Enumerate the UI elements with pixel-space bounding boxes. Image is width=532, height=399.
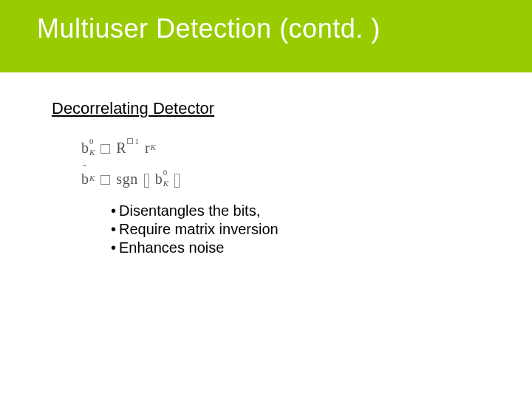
eq2-sgn: sgn: [116, 171, 137, 186]
operator-placeholder-icon: [100, 175, 110, 185]
eq2-arg-b: b: [155, 171, 163, 186]
bracket-open-icon: [144, 174, 149, 188]
eq1-R-base: R: [116, 140, 126, 155]
bullet-icon: •: [111, 239, 116, 256]
eq1-r-sub: K: [151, 143, 156, 151]
equation-1: b 0 K R 1 r K: [81, 140, 480, 155]
slide-content: Decorrelating Detector b 0 K R 1: [0, 72, 532, 256]
eq1-lhs-sub: K: [89, 149, 95, 156]
operator-placeholder-icon: [100, 144, 110, 154]
superscript-box-icon: [127, 138, 133, 144]
eq1-lhs: b 0 K: [81, 140, 95, 155]
bracket-close-icon: [174, 174, 180, 188]
eq2-arg-sub: K: [163, 180, 168, 187]
eq1-R: R 1: [116, 140, 139, 155]
eq2-lhs: b K: [81, 171, 95, 186]
slide-title: Multiuser Detection (contd. ): [37, 13, 517, 44]
eq1-lhs-b: b: [81, 140, 89, 155]
list-item: •Enhances noise: [111, 239, 480, 256]
eq1-r: r K: [145, 140, 156, 155]
eq2-arg-sup: 0: [163, 169, 168, 176]
list-item: •Disentangles the bits,: [111, 202, 480, 219]
eq1-lhs-sup: 0: [89, 138, 95, 145]
section-heading: Decorrelating Detector: [52, 99, 480, 118]
eq2-arg: b 0 K: [155, 171, 168, 186]
bullet-list: •Disentangles the bits, •Require matrix …: [111, 202, 480, 256]
bullet-icon: •: [111, 202, 116, 219]
bullet-text: Disentangles the bits,: [119, 202, 260, 219]
bullet-text: Enhances noise: [119, 239, 224, 256]
eq1-r-base: r: [145, 140, 150, 155]
title-bar: Multiuser Detection (contd. ): [0, 0, 532, 72]
eq1-R-sup: 1: [134, 137, 139, 146]
eq2-lhs-sub: K: [89, 174, 95, 183]
equations-block: b 0 K R 1 r K: [81, 140, 480, 186]
bullet-icon: •: [111, 221, 116, 237]
list-item: •Require matrix inversion: [111, 221, 480, 238]
bullet-text: Require matrix inversion: [119, 221, 279, 237]
eq2-lhs-b: b: [81, 171, 89, 187]
equation-2: b K sgn b 0 K: [81, 171, 480, 186]
